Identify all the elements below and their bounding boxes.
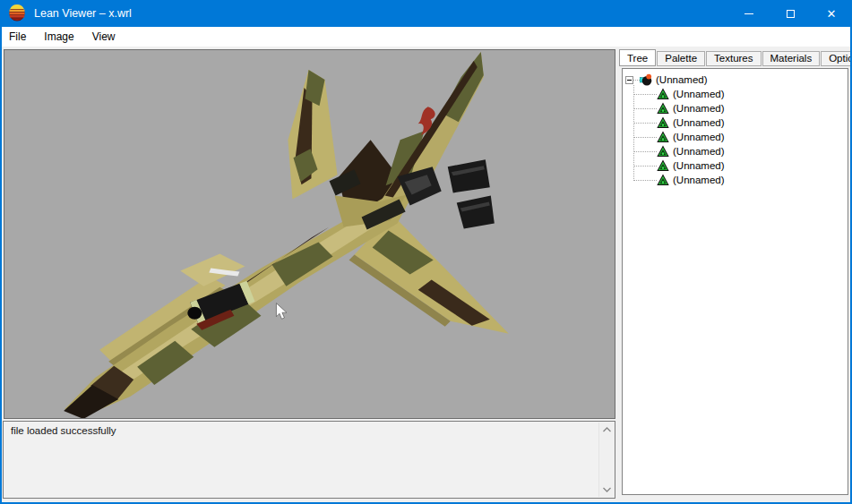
tree-root-node[interactable]: (Unnamed) xyxy=(623,73,848,87)
tree-node[interactable]: (Unnamed) xyxy=(623,173,848,187)
tree-connector xyxy=(634,166,657,167)
scroll-down-button[interactable] xyxy=(599,483,614,497)
side-panel-tabs: Tree Palette Textures Materials Options xyxy=(619,49,852,66)
log-scrollbar[interactable] xyxy=(598,423,614,497)
tree-node-label[interactable]: (Unnamed) xyxy=(673,175,725,185)
chevron-down-icon xyxy=(603,487,611,492)
mouse-cursor xyxy=(276,303,287,320)
tree-node-label[interactable]: (Unnamed) xyxy=(673,117,725,128)
tree-connector xyxy=(634,137,657,138)
menu-view[interactable]: View xyxy=(83,28,125,46)
mesh-node-icon xyxy=(657,88,669,100)
close-icon: ✕ xyxy=(827,8,837,20)
jet-model-rendering xyxy=(4,50,615,418)
title-bar[interactable]: Lean Viewer – x.wrl ✕ xyxy=(0,0,852,27)
mesh-node-icon xyxy=(657,145,669,158)
model-viewport[interactable] xyxy=(4,49,615,419)
scene-tree: (Unnamed) (Unnamed) (Unnamed) (Unn xyxy=(622,68,848,495)
minimize-icon xyxy=(744,13,753,14)
mesh-node-icon xyxy=(657,102,669,115)
tree-connector xyxy=(634,123,657,124)
minimize-button[interactable] xyxy=(728,0,770,27)
chevron-up-icon xyxy=(603,427,611,432)
tree-connector xyxy=(633,80,640,81)
tree-connector xyxy=(634,180,657,181)
maximize-icon xyxy=(787,10,795,18)
tree-node[interactable]: (Unnamed) xyxy=(623,101,848,115)
scene-node-icon xyxy=(640,73,652,86)
log-message: file loaded successfully xyxy=(4,422,615,440)
log-panel: file loaded successfully xyxy=(3,421,615,499)
tree-node[interactable]: (Unnamed) xyxy=(623,144,848,158)
tree-node[interactable]: (Unnamed) xyxy=(623,130,848,144)
tab-tree[interactable]: Tree xyxy=(619,49,656,66)
mesh-node-icon xyxy=(657,174,669,186)
tab-textures[interactable]: Textures xyxy=(706,51,761,66)
tree-connector xyxy=(634,151,657,152)
mesh-node-icon xyxy=(657,116,669,129)
tab-materials[interactable]: Materials xyxy=(762,51,821,66)
tree-node-label[interactable]: (Unnamed) xyxy=(656,74,708,85)
tree-node-label[interactable]: (Unnamed) xyxy=(673,146,725,157)
tree-node[interactable]: (Unnamed) xyxy=(623,115,848,130)
menu-bar: File Image View xyxy=(2,27,850,47)
tree-connector xyxy=(634,94,657,95)
menu-file[interactable]: File xyxy=(2,28,35,46)
tab-palette[interactable]: Palette xyxy=(657,51,705,66)
tab-options[interactable]: Options xyxy=(821,51,852,66)
mesh-node-icon xyxy=(657,159,669,172)
sun-logo-icon xyxy=(8,4,26,22)
jet-model xyxy=(64,52,509,418)
app-window: Lean Viewer – x.wrl ✕ File Image View xyxy=(0,0,852,504)
menu-image[interactable]: Image xyxy=(35,28,82,46)
mesh-node-icon xyxy=(657,131,669,143)
maximize-button[interactable] xyxy=(770,0,811,27)
scroll-up-button[interactable] xyxy=(599,423,614,437)
tree-node-label[interactable]: (Unnamed) xyxy=(673,132,725,142)
tree-connector xyxy=(634,108,657,109)
close-button[interactable]: ✕ xyxy=(811,0,852,27)
tree-node-label[interactable]: (Unnamed) xyxy=(673,89,725,99)
tree-children: (Unnamed) (Unnamed) (Unnamed) (Unnamed) xyxy=(623,87,848,187)
tree-node-label[interactable]: (Unnamed) xyxy=(673,103,725,114)
window-title: Lean Viewer – x.wrl xyxy=(34,7,132,20)
tree-node-label[interactable]: (Unnamed) xyxy=(673,160,725,171)
collapse-toggle[interactable] xyxy=(625,76,633,84)
tree-guide-line xyxy=(633,85,634,181)
tree-node[interactable]: (Unnamed) xyxy=(623,158,848,173)
tree-node[interactable]: (Unnamed) xyxy=(623,87,848,101)
